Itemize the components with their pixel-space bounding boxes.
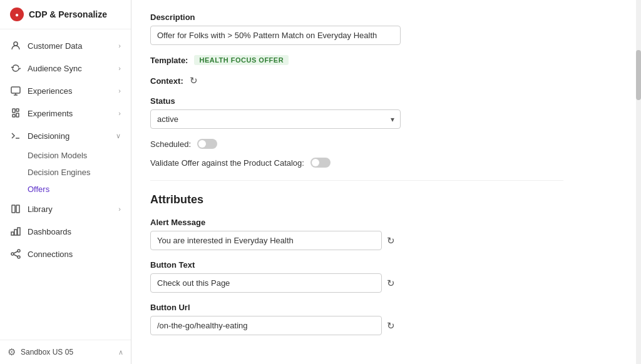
status-select[interactable]: active inactive draft	[150, 109, 401, 129]
svg-rect-9	[14, 230, 17, 235]
svg-rect-2	[13, 109, 15, 113]
chevron-right-icon: ›	[118, 42, 121, 49]
svg-point-13	[18, 256, 20, 258]
svg-point-0	[14, 42, 18, 46]
description-field-group: Description	[150, 13, 563, 45]
content-area: Description Template: HEALTH FOCUS OFFER…	[131, 0, 582, 364]
experiments-icon	[10, 108, 21, 119]
sidebar-item-decision-engines[interactable]: Decision Engines	[28, 164, 131, 181]
sidebar-label-customer-data: Customer Data	[28, 41, 82, 51]
chevron-right-icon-4: ›	[118, 109, 121, 117]
app-title: CDP & Personalize	[29, 9, 107, 19]
sidebar-item-audience-sync[interactable]: Audience Sync ›	[0, 57, 131, 79]
status-field-group: Status active inactive draft ▾	[150, 96, 563, 129]
app-logo: ● CDP & Personalize	[0, 0, 131, 29]
svg-rect-1	[11, 87, 20, 93]
validate-label: Validate Offer against the Product Catal…	[150, 158, 304, 168]
alert-message-refresh-icon[interactable]: ↻	[387, 235, 395, 246]
sidebar-item-library[interactable]: Library ›	[0, 198, 131, 220]
button-text-label: Button Text	[150, 260, 563, 270]
sidebar-item-connections[interactable]: Connections	[0, 243, 131, 265]
scheduled-label: Scheduled:	[150, 139, 191, 149]
description-input[interactable]	[150, 26, 401, 45]
alert-message-field-group: Alert Message ↻	[150, 218, 563, 250]
template-badge: HEALTH FOCUS OFFER	[194, 55, 289, 65]
button-text-input[interactable]	[150, 273, 382, 293]
decisioning-sub-nav: Decision Models Decision Engines Offers	[0, 147, 131, 198]
validate-row: Validate Offer against the Product Catal…	[150, 158, 563, 168]
template-label: Template:	[150, 56, 188, 65]
main-content: Description Template: HEALTH FOCUS OFFER…	[131, 0, 641, 364]
svg-point-12	[18, 250, 20, 252]
svg-rect-3	[16, 109, 19, 111]
sidebar-nav: Customer Data › Audience Sync ›	[0, 29, 131, 340]
alert-message-label: Alert Message	[150, 218, 563, 227]
validate-toggle[interactable]	[310, 158, 331, 168]
sidebar-item-decisioning[interactable]: Decisioning ∨	[0, 124, 131, 147]
footer-chevron-icon: ∧	[118, 348, 123, 356]
sidebar-item-dashboards[interactable]: Dashboards	[0, 220, 131, 243]
sidebar-label-connections: Connections	[28, 250, 73, 259]
svg-rect-5	[16, 113, 19, 117]
alert-message-input[interactable]	[150, 231, 382, 250]
decisioning-icon	[10, 130, 21, 141]
attributes-title: Attributes	[150, 193, 563, 206]
sidebar-label-dashboards: Dashboards	[28, 227, 71, 236]
svg-line-15	[14, 255, 18, 256]
logo-icon: ●	[10, 8, 24, 21]
sidebar-item-experiences[interactable]: Experiences ›	[0, 79, 131, 102]
scrollbar-track[interactable]	[636, 0, 641, 364]
library-icon	[10, 203, 21, 215]
scheduled-row: Scheduled:	[150, 139, 563, 149]
button-text-refresh-icon[interactable]: ↻	[387, 278, 395, 289]
scheduled-toggle[interactable]	[197, 139, 217, 149]
sidebar-item-decision-models[interactable]: Decision Models	[28, 147, 131, 164]
context-label: Context:	[150, 76, 183, 86]
chevron-down-icon: ∨	[116, 132, 121, 140]
svg-rect-10	[18, 228, 20, 235]
connections-icon	[10, 248, 21, 260]
gear-icon: ⚙	[8, 346, 16, 358]
sidebar-item-customer-data[interactable]: Customer Data ›	[0, 34, 131, 57]
environment-label: Sandbox US 05	[21, 348, 73, 356]
chevron-right-icon-2: ›	[118, 64, 121, 72]
alert-message-row: ↻	[150, 231, 563, 250]
description-label: Description	[150, 13, 563, 22]
chevron-right-icon-3: ›	[118, 87, 121, 94]
svg-rect-4	[13, 114, 15, 117]
button-url-field-group: Button Url ↻	[150, 303, 563, 335]
sidebar-label-experiments: Experiments	[28, 109, 73, 118]
sidebar-item-offers[interactable]: Offers	[28, 181, 131, 198]
sidebar-item-experiments[interactable]: Experiments ›	[0, 102, 131, 124]
svg-rect-6	[12, 205, 15, 213]
sidebar-label-experiences: Experiences	[28, 86, 73, 96]
toggle-knob	[198, 140, 206, 148]
button-url-refresh-icon[interactable]: ↻	[387, 320, 395, 331]
chevron-right-icon-5: ›	[118, 205, 121, 213]
svg-line-14	[14, 251, 18, 253]
svg-rect-8	[11, 232, 14, 235]
button-url-input[interactable]	[150, 316, 382, 335]
sidebar-label-library: Library	[28, 205, 53, 214]
template-field: Template: HEALTH FOCUS OFFER	[150, 55, 563, 65]
status-select-wrapper: active inactive draft ▾	[150, 109, 401, 129]
experiences-icon	[10, 85, 21, 96]
scrollbar-thumb[interactable]	[636, 50, 641, 100]
dashboards-icon	[10, 226, 21, 237]
customer-data-icon	[10, 40, 21, 51]
svg-point-11	[11, 253, 14, 255]
sidebar-label-audience-sync: Audience Sync	[28, 64, 82, 73]
button-text-field-group: Button Text ↻	[150, 260, 563, 293]
sidebar-footer[interactable]: ⚙ Sandbox US 05 ∧	[0, 340, 131, 364]
section-divider	[150, 180, 563, 181]
button-url-label: Button Url	[150, 303, 563, 312]
button-url-row: ↻	[150, 316, 563, 335]
context-refresh-icon[interactable]: ↻	[190, 75, 198, 86]
sidebar: ● CDP & Personalize Customer Data ›	[0, 0, 131, 364]
audience-sync-icon	[10, 63, 21, 74]
context-field: Context: ↻	[150, 75, 563, 86]
status-label: Status	[150, 96, 563, 106]
sidebar-label-decisioning: Decisioning	[28, 131, 69, 141]
validate-toggle-knob	[312, 159, 319, 166]
button-text-row: ↻	[150, 273, 563, 293]
